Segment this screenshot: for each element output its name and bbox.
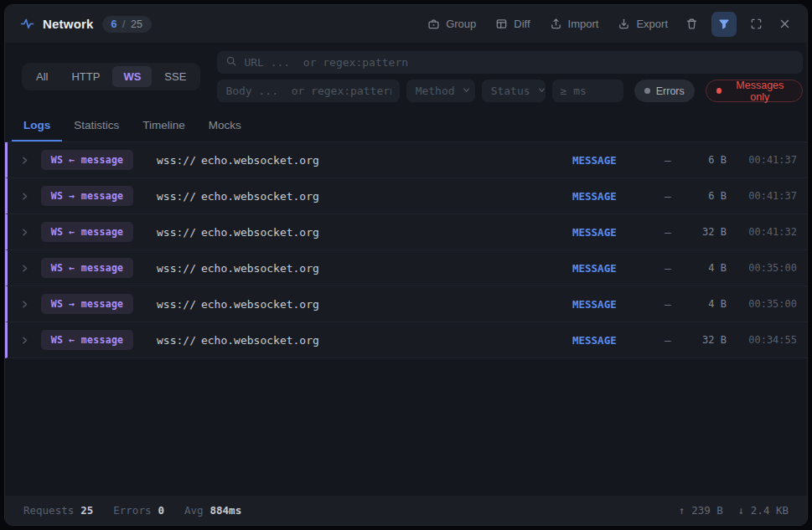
url-host: echo.websocket.org (201, 226, 319, 239)
event-type: MESSAGE (572, 262, 665, 275)
view-tabs: Logs Statistics Timeline Mocks (5, 111, 807, 142)
payload-size: 4 B (673, 262, 727, 274)
request-url: wss://echo.websocket.org (146, 298, 572, 311)
chevron-down-icon (462, 85, 471, 97)
requests-stat: Requests 25 (23, 504, 93, 517)
expand-chevron-icon[interactable] (19, 335, 30, 346)
clear-logs-button[interactable] (680, 12, 704, 36)
request-url: wss://echo.websocket.org (146, 262, 572, 275)
ws-message-badge: WS ← message (41, 150, 133, 170)
tab-statistics[interactable]: Statistics (62, 111, 131, 142)
request-url: wss://echo.websocket.org (146, 226, 572, 239)
status-bar: Requests 25 Errors 0 Avg 884ms ↑ 239 B ↓… (5, 496, 807, 525)
import-icon (550, 18, 562, 30)
export-button[interactable]: Export (610, 12, 675, 36)
diff-button[interactable]: Diff (488, 12, 537, 36)
header-actions: Group Diff Import Export (420, 12, 797, 37)
log-row[interactable]: WS ← message wss://echo.websocket.org ME… (5, 214, 807, 250)
header-bar: Network 6 / 25 Group Diff Import Export (5, 5, 807, 43)
timestamp: 00:41:32 (727, 226, 797, 238)
ws-message-badge: WS ← message (41, 330, 133, 350)
request-url: wss://echo.websocket.org (146, 154, 572, 167)
log-list: WS ← message wss://echo.websocket.org ME… (5, 142, 807, 496)
ws-message-badge: WS ← message (41, 222, 133, 242)
ws-message-badge: WS → message (41, 186, 133, 206)
bytes-received: ↓ 2.4 KB (738, 504, 789, 517)
messages-only-filter-toggle[interactable]: Messages only (706, 80, 804, 102)
status-placeholder: – (665, 154, 673, 167)
expand-chevron-icon[interactable] (19, 155, 30, 166)
request-url: wss://echo.websocket.org (146, 190, 572, 203)
url-scheme: wss:// (157, 226, 196, 239)
tab-timeline[interactable]: Timeline (131, 111, 197, 142)
payload-size: 4 B (673, 298, 727, 310)
method-select[interactable]: Method (406, 80, 475, 102)
protocol-tab-sse[interactable]: SSE (153, 66, 197, 87)
url-host: echo.websocket.org (201, 262, 319, 275)
payload-size: 6 B (673, 154, 727, 166)
errors-filter-toggle[interactable]: Errors (634, 80, 695, 102)
total-count: 25 (131, 18, 142, 30)
tab-logs[interactable]: Logs (12, 111, 62, 142)
url-search-input[interactable] (244, 56, 794, 69)
timestamp: 00:41:37 (727, 190, 797, 202)
fullscreen-icon (750, 18, 763, 30)
expand-chevron-icon[interactable] (19, 299, 30, 310)
request-url: wss://echo.websocket.org (146, 334, 572, 347)
timestamp: 00:34:55 (727, 334, 797, 346)
errors-stat: Errors 0 (113, 504, 164, 517)
log-row[interactable]: WS → message wss://echo.websocket.org ME… (5, 178, 807, 214)
avg-stat: Avg 884ms (184, 504, 241, 517)
group-icon (427, 18, 440, 30)
filtered-count: 6 (111, 18, 117, 30)
url-scheme: wss:// (157, 154, 196, 167)
log-row[interactable]: WS → message wss://echo.websocket.org ME… (5, 286, 807, 322)
timestamp: 00:41:37 (727, 154, 797, 166)
expand-chevron-icon[interactable] (19, 263, 30, 274)
url-host: echo.websocket.org (201, 298, 319, 311)
filter-bar: All HTTP WS SSE Method (5, 43, 807, 111)
tab-mocks[interactable]: Mocks (197, 111, 253, 142)
status-select[interactable]: Status (482, 80, 546, 102)
traffic-totals: ↑ 239 B ↓ 2.4 KB (679, 504, 789, 517)
filter-inputs: Method Status Errors Messages only (217, 51, 803, 102)
url-host: echo.websocket.org (201, 334, 319, 347)
event-type: MESSAGE (572, 334, 665, 347)
close-button[interactable] (773, 12, 797, 36)
url-scheme: wss:// (157, 190, 196, 203)
diff-icon (495, 18, 508, 30)
toggle-filters-button[interactable] (711, 12, 737, 37)
duration-filter-input[interactable] (561, 85, 615, 97)
event-type: MESSAGE (572, 226, 665, 239)
payload-size: 32 B (673, 226, 727, 238)
url-host: echo.websocket.org (201, 190, 319, 203)
url-search-field (217, 51, 803, 74)
status-placeholder: – (665, 226, 673, 239)
payload-size: 6 B (673, 190, 727, 202)
filter-funnel-icon (717, 18, 731, 31)
body-search-field (217, 80, 399, 102)
status-placeholder: – (665, 298, 673, 311)
import-button[interactable]: Import (542, 12, 607, 36)
bytes-sent: ↑ 239 B (679, 504, 723, 517)
group-button[interactable]: Group (420, 12, 484, 36)
trash-icon (685, 18, 698, 30)
log-row[interactable]: WS ← message wss://echo.websocket.org ME… (5, 322, 807, 358)
timestamp: 00:35:00 (727, 298, 797, 310)
expand-chevron-icon[interactable] (19, 227, 30, 238)
fullscreen-button[interactable] (744, 12, 768, 36)
protocol-tab-http[interactable]: HTTP (60, 66, 111, 87)
log-row[interactable]: WS ← message wss://echo.websocket.org ME… (5, 250, 807, 286)
body-search-input[interactable] (225, 85, 390, 97)
protocol-tab-all[interactable]: All (25, 66, 59, 87)
url-scheme: wss:// (157, 334, 196, 347)
ws-message-badge: WS → message (41, 294, 133, 314)
log-row[interactable]: WS ← message wss://echo.websocket.org ME… (5, 142, 807, 178)
url-scheme: wss:// (157, 298, 196, 311)
expand-chevron-icon[interactable] (19, 191, 30, 202)
duration-filter-field (552, 80, 623, 102)
activity-pulse-icon (20, 17, 34, 31)
network-devtools-panel: Network 6 / 25 Group Diff Import Export (4, 4, 808, 526)
page-title: Network (43, 17, 94, 31)
protocol-tab-ws[interactable]: WS (112, 66, 152, 87)
